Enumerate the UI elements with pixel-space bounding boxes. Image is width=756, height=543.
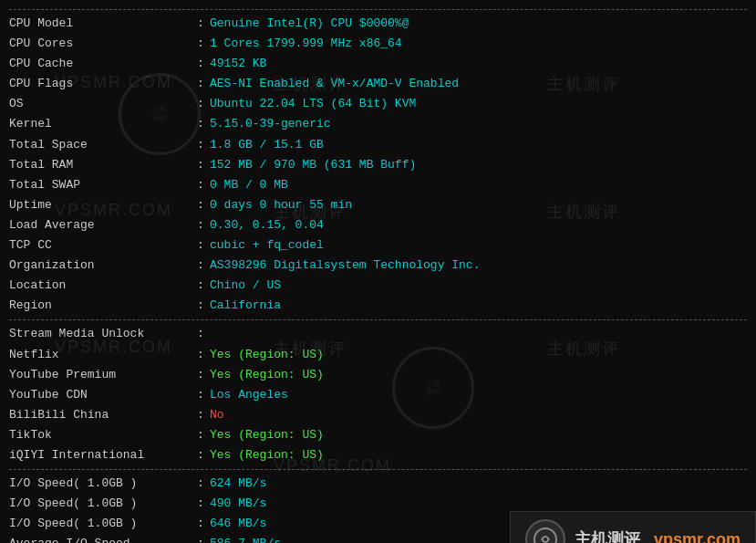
banner-text: 主机测评 vpsmr.com: [575, 528, 740, 543]
uptime-label: Uptime: [9, 195, 192, 215]
avg-io-value: 586.7 MB/s: [210, 534, 281, 543]
tiktok-colon: :: [192, 425, 210, 445]
region-value: California: [210, 296, 281, 316]
region-colon: :: [192, 296, 210, 316]
io2-value: 490 MB/s: [210, 494, 266, 514]
uptime-colon: :: [192, 195, 210, 215]
stream-header-row: Stream Media Unlock :: [9, 324, 747, 344]
total-space-row: Total Space : 1.8 GB / 15.1 GB: [9, 135, 747, 155]
io1-label: I/O Speed( 1.0GB ): [9, 474, 192, 494]
os-colon: :: [192, 94, 210, 114]
tiktok-value: Yes (Region: US): [210, 425, 324, 445]
cpu-flags-colon: :: [192, 74, 210, 94]
youtube-premium-label: YouTube Premium: [9, 365, 192, 385]
youtube-cdn-value: Los Angeles: [210, 385, 288, 405]
banner-text-vpsmr: vpsmr.com: [654, 530, 740, 543]
top-divider: [9, 9, 747, 10]
location-row: Location : Chino / US: [9, 276, 747, 296]
avg-io-colon: :: [192, 534, 210, 543]
svg-point-1: [543, 537, 548, 542]
tcp-cc-row: TCP CC : cubic + fq_codel: [9, 235, 747, 256]
iqiyi-value: Yes (Region: US): [210, 445, 324, 465]
io1-row: I/O Speed( 1.0GB ) : 624 MB/s: [9, 474, 747, 494]
location-label: Location: [9, 276, 192, 296]
cpu-cores-row: CPU Cores : 1 Cores 1799.999 MHz x86_64: [9, 34, 747, 54]
tcp-cc-colon: :: [192, 235, 210, 256]
iqiyi-label: iQIYI International: [9, 445, 192, 465]
banner-text-zhuji: 主机测评: [575, 530, 640, 543]
load-avg-label: Load Average: [9, 215, 192, 235]
io3-colon: :: [192, 514, 210, 534]
cpu-cores-value: 1 Cores 1799.999 MHz x86_64: [210, 34, 402, 54]
total-swap-row: Total SWAP : 0 MB / 0 MB: [9, 175, 747, 195]
netflix-row: Netflix : Yes (Region: US): [9, 345, 747, 365]
youtube-premium-colon: :: [192, 365, 210, 385]
total-swap-label: Total SWAP: [9, 175, 192, 195]
location-value: Chino / US: [210, 276, 281, 296]
youtube-premium-value: Yes (Region: US): [210, 365, 324, 385]
svg-point-0: [534, 528, 556, 543]
os-value: Ubuntu 22.04 LTS (64 Bit) KVM: [210, 94, 416, 114]
total-ram-value: 152 MB / 970 MB (631 MB Buff): [210, 155, 416, 175]
cpu-flags-row: CPU Flags : AES-NI Enabled & VM-x/AMD-V …: [9, 74, 747, 94]
org-label: Organization: [9, 256, 192, 276]
youtube-cdn-colon: :: [192, 385, 210, 405]
banner-icon: [525, 519, 565, 543]
total-ram-colon: :: [192, 155, 210, 175]
total-ram-label: Total RAM: [9, 155, 192, 175]
cpu-cores-colon: :: [192, 34, 210, 54]
tiktok-label: TikTok: [9, 425, 192, 445]
load-avg-colon: :: [192, 215, 210, 235]
netflix-label: Netflix: [9, 345, 192, 365]
org-value: AS398296 Digitalsystem Technology Inc.: [210, 256, 480, 276]
cpu-model-row: CPU Model : Genuine Intel(R) CPU $0000%@: [9, 14, 747, 34]
cpu-cache-row: CPU Cache : 49152 KB: [9, 54, 747, 74]
stream-header-colon: :: [192, 324, 210, 344]
youtube-premium-row: YouTube Premium : Yes (Region: US): [9, 365, 747, 385]
youtube-cdn-label: YouTube CDN: [9, 385, 192, 405]
uptime-row: Uptime : 0 days 0 hour 55 min: [9, 195, 747, 215]
os-row: OS : Ubuntu 22.04 LTS (64 Bit) KVM: [9, 94, 747, 114]
stream-header-label: Stream Media Unlock: [9, 324, 192, 344]
io3-label: I/O Speed( 1.0GB ): [9, 514, 192, 534]
cpu-cache-value: 49152 KB: [210, 54, 266, 74]
cpu-model-colon: :: [192, 14, 210, 34]
total-swap-colon: :: [192, 175, 210, 195]
io3-value: 646 MB/s: [210, 514, 266, 534]
io2-label: I/O Speed( 1.0GB ): [9, 494, 192, 514]
total-space-value: 1.8 GB / 15.1 GB: [210, 135, 324, 155]
cpu-model-label: CPU Model: [9, 14, 192, 34]
location-colon: :: [192, 276, 210, 296]
total-swap-value: 0 MB / 0 MB: [210, 175, 288, 195]
uptime-value: 0 days 0 hour 55 min: [210, 195, 352, 215]
netflix-colon: :: [192, 345, 210, 365]
os-label: OS: [9, 94, 192, 114]
io1-value: 624 MB/s: [210, 474, 266, 494]
bilibili-label: BiliBili China: [9, 405, 192, 425]
section-divider-2: [9, 469, 747, 470]
iqiyi-colon: :: [192, 445, 210, 465]
io1-colon: :: [192, 474, 210, 494]
tiktok-row: TikTok : Yes (Region: US): [9, 425, 747, 445]
cpu-cache-colon: :: [192, 54, 210, 74]
load-avg-value: 0.30, 0.15, 0.04: [210, 215, 324, 235]
bilibili-colon: :: [192, 405, 210, 425]
org-row: Organization : AS398296 Digitalsystem Te…: [9, 256, 747, 276]
total-space-colon: :: [192, 135, 210, 155]
total-space-label: Total Space: [9, 135, 192, 155]
total-ram-row: Total RAM : 152 MB / 970 MB (631 MB Buff…: [9, 155, 747, 175]
kernel-colon: :: [192, 114, 210, 134]
region-row: Region : California: [9, 296, 747, 316]
youtube-cdn-row: YouTube CDN : Los Angeles: [9, 385, 747, 405]
iqiyi-row: iQIYI International : Yes (Region: US): [9, 445, 747, 465]
avg-io-label: Average I/O Speed: [9, 534, 192, 543]
cpu-flags-label: CPU Flags: [9, 74, 192, 94]
cpu-flags-value: AES-NI Enabled & VM-x/AMD-V Enabled: [210, 74, 459, 94]
kernel-value: 5.15.0-39-generic: [210, 114, 331, 134]
bottom-banner: 主机测评 vpsmr.com: [510, 511, 756, 543]
org-colon: :: [192, 256, 210, 276]
load-avg-row: Load Average : 0.30, 0.15, 0.04: [9, 215, 747, 235]
section-divider-1: [9, 319, 747, 320]
bilibili-row: BiliBili China : No: [9, 405, 747, 425]
bilibili-value: No: [210, 405, 224, 425]
